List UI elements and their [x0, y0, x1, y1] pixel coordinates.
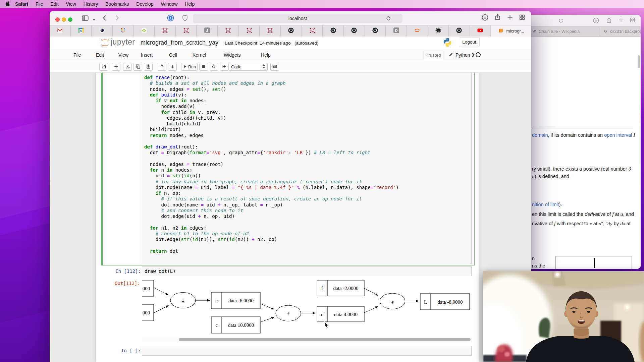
- arrow-up-icon: [160, 64, 164, 70]
- download-icon[interactable]: [482, 14, 488, 22]
- code-editor[interactable]: def trace(root): # builds a set of all n…: [142, 73, 472, 264]
- output-graph-area[interactable]: 000000edata -6.0000cdata 10.0000fdata -2…: [142, 278, 472, 337]
- minimize-button[interactable]: [62, 17, 66, 22]
- tab-gmail-0[interactable]: [50, 25, 71, 37]
- tab-youtube-20[interactable]: [470, 25, 491, 37]
- keyboard-button[interactable]: [270, 63, 279, 71]
- plus-button[interactable]: [112, 63, 120, 71]
- jupyter-menu-kernel[interactable]: Kernel: [193, 52, 206, 58]
- save-button[interactable]: [99, 63, 108, 71]
- output-hscrollbar-thumb[interactable]: [179, 338, 471, 341]
- stop-button[interactable]: [199, 63, 208, 71]
- tab-github-19[interactable]: [449, 25, 470, 37]
- svg-text:D: D: [395, 28, 397, 33]
- svg-text:+: +: [287, 310, 290, 316]
- python-logo-icon: [442, 37, 452, 49]
- logout-button[interactable]: Logout: [459, 37, 480, 47]
- jupyter-menu-bar: Trusted Python 3 FileEditViewInsertCellK…: [50, 49, 531, 61]
- menu-edit[interactable]: Edit: [47, 1, 62, 7]
- code-cell-selected[interactable]: def trace(root): # builds a set of all n…: [101, 73, 475, 265]
- cut-button[interactable]: [123, 63, 132, 71]
- wikipedia-link[interactable]: nition of limit: [532, 202, 559, 207]
- jupyter-menu-file[interactable]: File: [73, 52, 81, 58]
- privacy-shield-icon[interactable]: [182, 15, 188, 22]
- jupyter-logo[interactable]: [100, 38, 110, 49]
- menu-develop[interactable]: Develop: [132, 1, 157, 7]
- tab-skull-10[interactable]: [260, 25, 281, 37]
- notebook-title[interactable]: micrograd_from_scratch_yay: [141, 39, 218, 46]
- graph-node: cdata 10.0000: [211, 317, 260, 333]
- tab-jupyterring-17[interactable]: [407, 25, 428, 37]
- download-icon[interactable]: [593, 17, 599, 25]
- copy-button[interactable]: [133, 63, 142, 71]
- svg-text:*: *: [181, 299, 185, 306]
- reload-icon[interactable]: [386, 15, 391, 22]
- close-button[interactable]: [55, 17, 60, 22]
- ffwd-button[interactable]: [220, 63, 229, 71]
- wikipedia-link[interactable]: domain: [532, 132, 548, 138]
- tab-github-14[interactable]: [344, 25, 365, 37]
- tab-cs231n-backprop[interactable]: G cs231n backpropag...: [603, 26, 641, 37]
- tab-darkdot-2[interactable]: [92, 25, 113, 37]
- chevron-down-icon[interactable]: [92, 16, 96, 22]
- wikipedia-link[interactable]: open interval: [604, 132, 632, 138]
- refresh-button[interactable]: [210, 63, 218, 71]
- tab-micrograd-active[interactable]: microgr...: [491, 25, 531, 37]
- reload-icon[interactable]: [558, 18, 564, 24]
- apple-logo-icon[interactable]: [5, 1, 10, 8]
- tab-obs-18[interactable]: [428, 25, 449, 37]
- rear-scrollbar-thumb[interactable]: [638, 55, 640, 68]
- jupyter-menu-cell[interactable]: Cell: [169, 52, 177, 58]
- tab-skull-9[interactable]: [239, 25, 260, 37]
- tab-github-15[interactable]: [365, 25, 386, 37]
- tab-skull-6[interactable]: [176, 25, 197, 37]
- output-hscrollbar[interactable]: [142, 337, 472, 342]
- back-icon[interactable]: [102, 15, 107, 22]
- tab-nvidia-4[interactable]: [134, 25, 155, 37]
- tab-skull-8[interactable]: [218, 25, 239, 37]
- onepassword-icon[interactable]: [167, 14, 174, 23]
- jupyter-menu-insert[interactable]: Insert: [141, 52, 153, 58]
- menu-file[interactable]: File: [32, 1, 47, 7]
- jupyter-logo-text[interactable]: jupyter: [111, 38, 135, 47]
- empty-code-cell[interactable]: [142, 346, 472, 356]
- menu-history[interactable]: History: [80, 1, 102, 7]
- new-tab-icon[interactable]: [507, 14, 513, 21]
- jupyter-menu-help[interactable]: Help: [261, 52, 271, 58]
- share-icon[interactable]: [606, 17, 612, 24]
- arrow-up-button[interactable]: [158, 63, 166, 71]
- menu-help[interactable]: Help: [181, 1, 198, 7]
- address-bar[interactable]: localhost: [193, 14, 402, 23]
- arrow-down-button[interactable]: [168, 63, 177, 71]
- tab-overview-icon[interactable]: [630, 17, 635, 24]
- tab-skull-12[interactable]: [302, 25, 323, 37]
- code-cell-draw-dot[interactable]: draw_dot(L): [142, 266, 472, 276]
- sidebar-icon[interactable]: [82, 15, 89, 23]
- tab-github-13[interactable]: [323, 25, 344, 37]
- paste-button[interactable]: [144, 63, 153, 71]
- jupyter-menu-edit[interactable]: Edit: [96, 52, 104, 58]
- menu-window[interactable]: Window: [157, 1, 181, 7]
- tab-colorgrid-3[interactable]: [113, 25, 134, 37]
- tab-github-11[interactable]: [281, 25, 302, 37]
- tab-skull-5[interactable]: [155, 25, 176, 37]
- jupyter-menu-view[interactable]: View: [118, 52, 128, 58]
- tab-gcal-1[interactable]: 5: [71, 25, 92, 37]
- tab-chain-rule-wikipedia[interactable]: W Chain rule - Wikipedia: [532, 26, 599, 37]
- menu-safari[interactable]: Safari: [11, 1, 32, 7]
- graph-edge: [196, 299, 210, 302]
- tab-dsquare-16[interactable]: D: [386, 25, 407, 37]
- forward-icon[interactable]: [114, 15, 120, 22]
- new-tab-icon[interactable]: [619, 17, 624, 24]
- menu-view[interactable]: View: [62, 1, 80, 7]
- cell-type-select[interactable]: Code: [229, 63, 268, 71]
- jupyter-menu-widgets[interactable]: Widgets: [224, 52, 241, 58]
- menu-bookmarks[interactable]: Bookmarks: [102, 1, 132, 7]
- zoom-button[interactable]: [68, 17, 72, 22]
- share-icon[interactable]: [494, 14, 501, 21]
- play-button[interactable]: Run: [181, 63, 198, 71]
- tab-jsquare-7[interactable]: J: [197, 25, 218, 37]
- svg-text:data 4.0000: data 4.0000: [334, 312, 358, 317]
- skull-icon: [246, 27, 252, 35]
- tab-overview-icon[interactable]: [519, 14, 525, 21]
